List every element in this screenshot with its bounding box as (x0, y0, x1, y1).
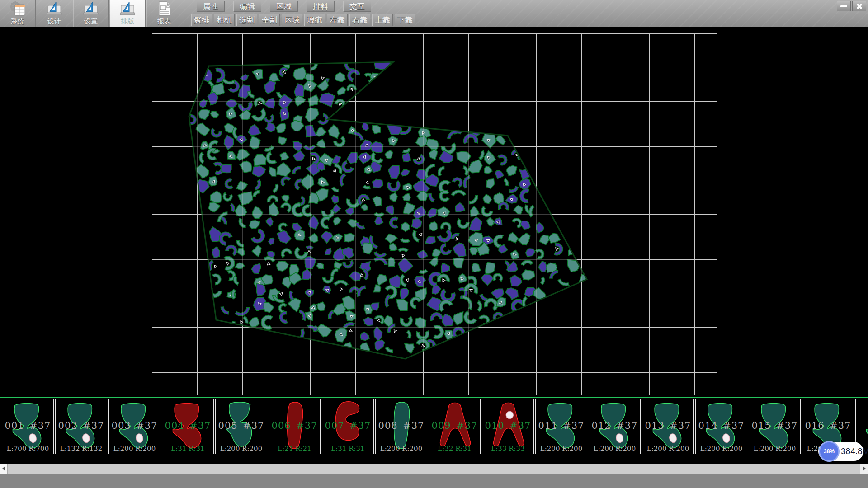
app-tab-2[interactable]: 设置 (73, 0, 109, 27)
piece-id-label: 001_#37 (2, 420, 53, 431)
nesting-app-window: 系统 设计 设置 排版 报表 属性编辑区域排料交互 聚排相机选割全割区域瑕疵左靠… (0, 0, 868, 488)
piece-lr-count: L:132 R:132 (56, 445, 107, 453)
close-icon (856, 3, 863, 10)
piece-lr-count: L:200 R:200 (376, 445, 427, 453)
app-tab-label: 系统 (11, 17, 24, 26)
piece-lr-count: L:200 R:200 (589, 445, 640, 453)
ruler-laptop-icon (84, 2, 98, 15)
ruler-laptop-icon (46, 1, 62, 16)
piece-id-label: 012_#37 (589, 420, 640, 431)
piece-thumbnail-11[interactable]: 011_#37 L:200 R:200 (535, 399, 587, 454)
piece-thumbnail-8[interactable]: 008_#37 L:200 R:200 (375, 399, 427, 454)
piece-id-label: 006_#37 (269, 420, 320, 431)
toolstrip-item-9[interactable]: 下靠 (395, 14, 415, 26)
piece-lr-count: L:33 R:33 (482, 445, 533, 453)
minimize-icon (840, 5, 847, 7)
horizontal-scrollbar[interactable] (0, 464, 868, 474)
minimize-button[interactable] (837, 1, 851, 11)
app-tab-label: 排版 (121, 17, 134, 26)
toolstrip-item-6[interactable]: 左靠 (327, 14, 348, 26)
piece-lr-count: L:200 R:200 (642, 445, 693, 453)
app-tab-label: 报表 (157, 17, 171, 26)
menubar-item-1[interactable]: 编辑 (233, 1, 261, 12)
scroll-left-button[interactable] (0, 464, 8, 474)
main-toolbar: 系统 设计 设置 排版 报表 属性编辑区域排料交互 聚排相机选割全割区域瑕疵左靠… (0, 0, 868, 27)
piece-id-label: 016_#37 (802, 420, 854, 431)
piece-lr-count: L:32 R:31 (429, 445, 480, 453)
close-button[interactable] (852, 1, 866, 11)
scroll-right-button[interactable] (860, 464, 868, 474)
progress-percent-badge: 38% (819, 441, 840, 462)
memory-size-label: 384.8M (841, 442, 868, 461)
piece-id-label: 007_#37 (322, 420, 373, 431)
toolstrip-item-3[interactable]: 全割 (259, 14, 280, 26)
scroll-right-icon (863, 466, 866, 471)
piece-id-label: 011_#37 (536, 420, 587, 431)
piece-lr-count: L:700 R:700 (2, 445, 53, 453)
menubar-item-4[interactable]: 交互 (343, 1, 371, 12)
piece-thumbnail-4[interactable]: 004_#37 L:31 R:31 (162, 399, 214, 454)
piece-thumbnail-7[interactable]: 007_#37 L:31 R:31 (322, 399, 374, 454)
piece-lr-count: L:200 R:200 (109, 445, 160, 453)
memory-progress-pill: 38% 384.8M (818, 442, 863, 461)
piece-id-label: 002_#37 (56, 420, 107, 431)
toolstrip-item-7[interactable]: 右靠 (349, 14, 370, 26)
toolstrip-item-2[interactable]: 选割 (236, 14, 257, 26)
piece-id-label: 013_#37 (642, 420, 693, 431)
piece-lr-count: L:21 R:21 (269, 445, 320, 453)
ruler-laptop-icon (119, 1, 136, 16)
piece-id-label: 015_#37 (749, 420, 800, 431)
menu-bar: 属性编辑区域排料交互 (197, 1, 371, 12)
toolstrip-item-4[interactable]: 区域 (282, 14, 302, 26)
piece-thumbnail-9[interactable]: 009_#37 L:32 R:31 (429, 399, 481, 454)
piece-thumbnail-6[interactable]: 006_#37 L:21 R:21 (269, 399, 321, 454)
toolstrip-item-0[interactable]: 聚排 (191, 14, 212, 26)
menubar-item-3[interactable]: 排料 (307, 1, 335, 12)
piece-id-label: 004_#37 (162, 420, 213, 431)
app-tab-1[interactable]: 设计 (37, 0, 72, 27)
scroll-left-icon (2, 466, 5, 471)
piece-lr-count: L:31 R:31 (322, 445, 373, 453)
menubar-item-0[interactable]: 属性 (197, 1, 225, 12)
piece-id-label: 014_#37 (696, 420, 747, 431)
nesting-canvas[interactable] (0, 27, 868, 397)
report-icon (156, 1, 172, 16)
piece-thumbnail-1[interactable]: 001_#37 L:700 R:700 (2, 399, 54, 454)
app-tab-3[interactable]: 排版 (110, 0, 146, 27)
status-bar (0, 474, 868, 488)
piece-thumbnail-12[interactable]: 012_#37 L:200 R:200 (589, 399, 641, 454)
piece-thumbnail-2[interactable]: 002_#37 L:132 R:132 (55, 399, 107, 454)
toolstrip-item-5[interactable]: 瑕疵 (304, 14, 325, 26)
filmstrip-top-border (0, 397, 868, 398)
ruler-laptop-icon (83, 1, 99, 16)
report-icon (159, 2, 170, 15)
piece-thumbnail-3[interactable]: 003_#37 L:200 R:200 (108, 399, 160, 454)
piece-lr-count: L:200 R:200 (536, 445, 587, 453)
piece-id-label: 003_#37 (109, 420, 160, 431)
piece-thumbnail-10[interactable]: 010_#37 L:33 R:33 (482, 399, 534, 454)
window-controls (837, 1, 866, 11)
ruler-laptop-icon (47, 2, 61, 15)
piece-thumbnail-15[interactable]: 015_#37 L:200 R:200 (749, 399, 801, 454)
piece-lr-count: L:31 R:31 (162, 445, 213, 453)
piece-id-label: 005_#37 (216, 420, 267, 431)
piece-lr-count: L:200 R:200 (696, 445, 747, 453)
piece-id-label: 010_#37 (482, 420, 533, 431)
toolstrip-item-1[interactable]: 相机 (214, 14, 235, 26)
app-tab-4[interactable]: 报表 (146, 0, 182, 27)
app-tab-0[interactable]: 系统 (0, 0, 36, 27)
app-tab-label: 设置 (84, 17, 98, 26)
gear-table-icon (9, 1, 26, 16)
piece-thumbnail-14[interactable]: 014_#37 L:200 R:200 (695, 399, 747, 454)
piece-lr-count: L:200 R:200 (216, 445, 267, 453)
menubar-item-2[interactable]: 区域 (270, 1, 298, 12)
piece-filmstrip: 001_#37 L:700 R:700 002_#37 L:132 R:132 … (0, 397, 868, 464)
gear-table-icon (10, 1, 25, 15)
toolstrip-item-8[interactable]: 上靠 (372, 14, 393, 26)
piece-thumbnail-13[interactable]: 013_#37 L:200 R:200 (642, 399, 694, 454)
piece-id-label: 008_#37 (376, 420, 427, 431)
piece-lr-count: L:200 R:200 (749, 445, 800, 453)
piece-thumbnail-5[interactable]: 005_#37 L:200 R:200 (215, 399, 267, 454)
piece-id-label: 009_#37 (429, 420, 480, 431)
tool-strip: 聚排相机选割全割区域瑕疵左靠右靠上靠下靠 (191, 14, 415, 26)
